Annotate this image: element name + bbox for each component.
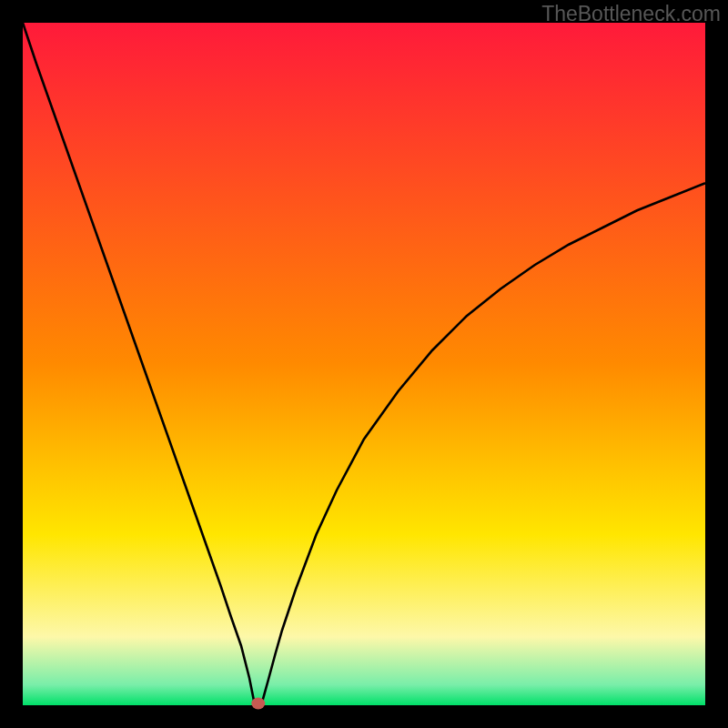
plot-background bbox=[23, 23, 705, 705]
chart-container: TheBottleneck.com bbox=[0, 0, 728, 728]
watermark-text: TheBottleneck.com bbox=[541, 2, 721, 26]
minimum-point bbox=[251, 698, 265, 710]
bottleneck-chart bbox=[0, 0, 728, 728]
